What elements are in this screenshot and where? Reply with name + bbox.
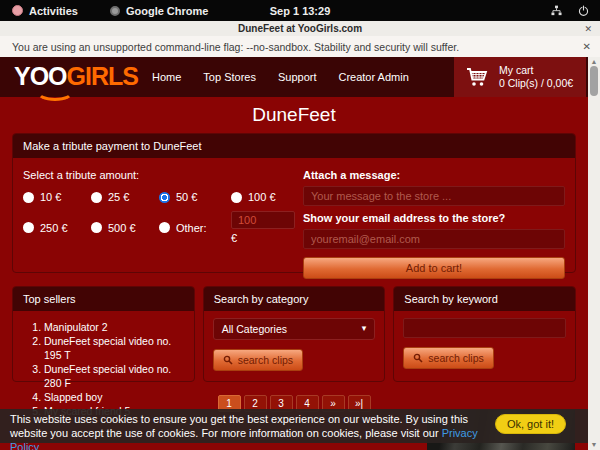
top-seller-item[interactable]: Slapped boy — [44, 390, 185, 404]
tribute-panel: Make a tribute payment to DuneFeet Selec… — [12, 133, 576, 273]
radio-icon[interactable] — [91, 222, 102, 233]
radio-icon[interactable] — [231, 192, 242, 203]
window-title-bar: DuneFeet at YooGirls.com ✕ — [0, 21, 600, 37]
search-keyword-panel: Search by keyword search clips — [393, 286, 576, 382]
cookie-consent-bar: This website uses cookies to ensure you … — [0, 409, 588, 443]
page-scrollbar[interactable]: ▲ ▼ — [588, 57, 600, 450]
amount-label: Select a tribute amount: — [23, 169, 295, 181]
search-clips-category-button[interactable]: search clips — [213, 349, 303, 371]
category-selected-option: All Categories — [222, 323, 287, 335]
nav-item-home[interactable]: Home — [152, 71, 181, 83]
nav-item-support[interactable]: Support — [278, 71, 317, 83]
site-logo[interactable]: YOOGIRLS — [14, 61, 138, 91]
network-icon[interactable] — [550, 4, 563, 17]
page-title: DuneFeet — [0, 104, 588, 126]
scrollbar-thumb[interactable] — [590, 66, 598, 96]
radio-checked-icon[interactable] — [159, 192, 170, 203]
logo-text-girls: GIRLS — [67, 62, 138, 90]
activities-button[interactable]: Activities — [12, 5, 78, 17]
radio-icon[interactable] — [23, 192, 34, 203]
amount-option-250[interactable]: 250 € — [23, 211, 91, 244]
top-seller-item[interactable]: DuneFeet special video no. 195 T — [44, 334, 185, 362]
currency-suffix: € — [231, 232, 295, 244]
chrome-icon — [110, 6, 120, 16]
search-icon — [413, 353, 423, 363]
radio-icon[interactable] — [91, 192, 102, 203]
nav-item-creator-admin[interactable]: Creator Admin — [338, 71, 408, 83]
top-sellers-panel: Top sellers Manipulator 2 DuneFeet speci… — [12, 286, 195, 382]
top-seller-item[interactable]: Manipulator 2 — [44, 320, 185, 334]
search-keyword-header: Search by keyword — [394, 287, 575, 311]
chrome-warning-bar: You are using an unsupported command-lin… — [0, 36, 600, 58]
top-seller-item[interactable]: DuneFeet special video no. 280 F — [44, 362, 185, 390]
radio-icon[interactable] — [23, 222, 34, 233]
other-amount-input[interactable] — [231, 211, 295, 229]
page-content: DuneFeet Make a tribute payment to DuneF… — [0, 97, 588, 450]
amount-option-10[interactable]: 10 € — [23, 191, 91, 203]
amount-option-25[interactable]: 25 € — [91, 191, 159, 203]
nav-item-top-stores[interactable]: Top Stores — [203, 71, 256, 83]
amount-option-50-selected[interactable]: 50 € — [159, 191, 231, 203]
top-sellers-header: Top sellers — [13, 287, 194, 311]
top-sellers-list: Manipulator 2 DuneFeet special video no.… — [22, 320, 185, 418]
search-category-header: Search by category — [204, 287, 385, 311]
email-label: Show your email address to the store? — [303, 212, 565, 224]
cart-label: My cart — [499, 64, 573, 77]
window-title: DuneFeet at YooGirls.com — [238, 23, 362, 34]
cart-summary: 0 Clip(s) / 0,00€ — [499, 77, 573, 90]
main-nav: Home Top Stores Support Creator Admin — [152, 57, 409, 97]
radio-icon[interactable] — [159, 222, 170, 233]
amount-option-other[interactable]: Other: — [159, 211, 231, 244]
warning-close-button[interactable]: ✕ — [583, 41, 591, 52]
search-clips-keyword-button[interactable]: search clips — [403, 347, 493, 369]
site-header: YOOGIRLS Home Top Stores Support Creator… — [0, 57, 600, 97]
scroll-down-icon[interactable]: ▼ — [588, 440, 600, 450]
amount-options: 10 € 25 € 50 € — [23, 191, 295, 244]
activities-icon — [12, 5, 23, 16]
warning-text: You are using an unsupported command-lin… — [12, 41, 459, 53]
clock[interactable]: Sep 1 13:29 — [270, 5, 331, 17]
browser-viewport: YOOGIRLS Home Top Stores Support Creator… — [0, 57, 600, 450]
app-menu-google-chrome[interactable]: Google Chrome — [110, 5, 209, 17]
message-input[interactable] — [303, 186, 565, 206]
power-icon[interactable] — [577, 4, 590, 17]
window-close-button[interactable]: ✕ — [584, 24, 592, 34]
cookie-message: This website uses cookies to ensure you … — [10, 413, 468, 439]
tribute-panel-header: Make a tribute payment to DuneFeet — [13, 134, 575, 158]
my-cart-button[interactable]: My cart 0 Clip(s) / 0,00€ — [454, 57, 586, 97]
chevron-down-icon: ▾ — [362, 323, 367, 333]
add-to-cart-button[interactable]: Add to cart! — [303, 257, 565, 279]
amount-option-500[interactable]: 500 € — [91, 211, 159, 244]
cookie-ok-button[interactable]: Ok, got it! — [495, 414, 566, 434]
email-input[interactable] — [303, 229, 565, 249]
message-label: Attach a message: — [303, 169, 565, 181]
desktop: Activities Google Chrome Sep 1 13:29 — [0, 0, 600, 450]
activities-label: Activities — [29, 5, 78, 17]
keyword-input[interactable] — [403, 318, 566, 338]
search-category-panel: Search by category All Categories ▾ sear… — [203, 286, 386, 382]
search-icon — [223, 355, 233, 365]
gnome-top-bar: Activities Google Chrome Sep 1 13:29 — [0, 0, 600, 21]
app-menu-label: Google Chrome — [126, 5, 209, 17]
category-select[interactable]: All Categories ▾ — [213, 318, 376, 340]
cart-icon — [464, 65, 490, 89]
amount-option-100[interactable]: 100 € — [231, 191, 295, 203]
